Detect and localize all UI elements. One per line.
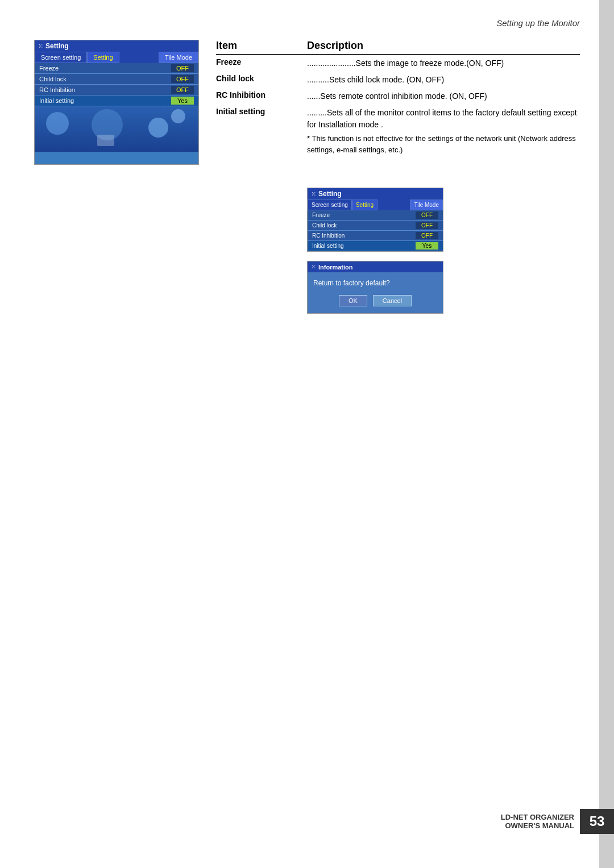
left-menu-freeze[interactable]: Freeze OFF (35, 63, 198, 74)
left-monitor-ui: ⁙ Setting Screen setting Setting Tile Mo… (35, 40, 198, 164)
page-header-text: Setting up the Monitor (496, 18, 580, 28)
left-monitor-tabs: Screen setting Setting Tile Mode (35, 52, 198, 63)
item-initial-setting-note: * This function is not effective for the… (307, 133, 580, 155)
right-screenshots: ⁙ Setting Screen setting Setting Tile Mo… (307, 188, 443, 314)
item-rc-inhibition-desc: ......Sets remote control inhibition mod… (307, 92, 487, 101)
dialog-message: Return to factory default? (313, 279, 437, 287)
dialog-buttons: OK Cancel (313, 295, 437, 306)
sidebar-strip (599, 0, 614, 868)
right-tab-setting[interactable]: Setting (352, 200, 377, 210)
left-menu-rc-inhibition[interactable]: RC Inhibition OFF (35, 85, 198, 95)
col-desc-header: Description (307, 40, 580, 55)
left-tab-screen-setting[interactable]: Screen setting (35, 52, 87, 63)
item-initial-setting-name: Initial setting (216, 107, 265, 116)
dialog-content: Return to factory default? OK Cancel (308, 272, 443, 313)
footer-brand: LD-NET ORGANIZER OWNER'S MANUAL (501, 813, 580, 830)
left-monitor-titlebar-text: Setting (45, 42, 69, 50)
item-freeze-desc: ......................Sets the image to … (307, 59, 504, 68)
left-monitor-titlebar-icon: ⁙ (38, 43, 43, 50)
dialog-titlebar-text: Information (318, 264, 353, 271)
right-monitor-titlebar-icon: ⁙ (311, 190, 316, 198)
item-rc-inhibition-name: RC Inhibition (216, 90, 265, 99)
left-monitor-screenshot: ⁙ Setting Screen setting Setting Tile Mo… (34, 40, 199, 165)
main-content: Item Description Freeze ................… (216, 40, 580, 157)
dialog-screenshot: ⁙ Information Return to factory default?… (307, 261, 443, 314)
dialog-cancel-button[interactable]: Cancel (373, 295, 412, 306)
item-initial-setting-desc: .........Sets all of the monitor control… (307, 108, 580, 155)
left-menu-initial-setting[interactable]: Initial setting Yes (35, 95, 198, 106)
page-footer: LD-NET ORGANIZER OWNER'S MANUAL 53 (501, 809, 614, 834)
left-menu-childlock[interactable]: Child lock OFF (35, 74, 198, 85)
dialog-ok-button[interactable]: OK (339, 295, 367, 306)
col-item-header: Item (216, 40, 307, 55)
right-menu-rc-inhibition[interactable]: RC Inhibition OFF (308, 231, 443, 241)
dialog-titlebar-icon: ⁙ (311, 263, 316, 271)
item-childlock-name: Child lock (216, 74, 254, 83)
table-row-initial-setting: Initial setting .........Sets all of the… (216, 105, 580, 157)
item-description-table: Item Description Freeze ................… (216, 40, 580, 157)
footer-brand-line2: OWNER'S MANUAL (501, 821, 574, 830)
left-tab-tile-mode[interactable]: Tile Mode (159, 52, 198, 63)
right-menu-initial-setting[interactable]: Initial setting Yes (308, 241, 443, 251)
item-childlock-desc: ..........Sets child lock mode. (ON, OFF… (307, 75, 444, 84)
footer-brand-line1: LD-NET ORGANIZER (501, 813, 574, 821)
right-monitor-screenshot: ⁙ Setting Screen setting Setting Tile Mo… (307, 188, 443, 252)
right-tab-screen-setting[interactable]: Screen setting (308, 200, 352, 210)
left-monitor-titlebar: ⁙ Setting (35, 40, 198, 52)
page-header: Setting up the Monitor (496, 18, 580, 28)
footer-page-number: 53 (580, 809, 614, 834)
table-row-rc-inhibition: RC Inhibition ......Sets remote control … (216, 88, 580, 105)
left-tab-setting[interactable]: Setting (87, 52, 119, 63)
right-tab-tile-mode[interactable]: Tile Mode (410, 200, 443, 210)
dialog-titlebar: ⁙ Information (308, 261, 443, 272)
table-row-freeze: Freeze ......................Sets the im… (216, 55, 580, 72)
table-row-childlock: Child lock ..........Sets child lock mod… (216, 72, 580, 88)
right-monitor-titlebar: ⁙ Setting (308, 188, 443, 200)
right-menu-childlock[interactable]: Child lock OFF (308, 221, 443, 231)
right-menu-freeze[interactable]: Freeze OFF (308, 210, 443, 221)
right-monitor-titlebar-text: Setting (318, 190, 342, 198)
item-freeze-name: Freeze (216, 57, 241, 67)
right-monitor-tabs: Screen setting Setting Tile Mode (308, 200, 443, 210)
